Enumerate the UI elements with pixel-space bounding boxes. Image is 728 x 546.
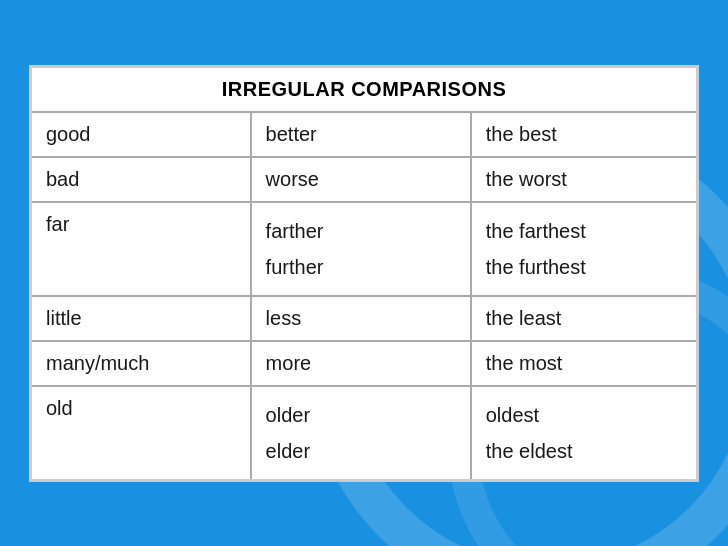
- positive-cell: many/much: [31, 341, 251, 386]
- table-row: oldolderelderoldestthe eldest: [31, 386, 698, 481]
- table-row: farfartherfurtherthe farthestthe furthes…: [31, 202, 698, 296]
- positive-cell: far: [31, 202, 251, 296]
- comparative-cell: better: [251, 112, 471, 157]
- table-title: IRREGULAR COMPARISONS: [31, 66, 698, 112]
- positive-cell: bad: [31, 157, 251, 202]
- irregular-comparisons-table: IRREGULAR COMPARISONS goodbetterthe best…: [29, 65, 699, 482]
- table-wrapper: IRREGULAR COMPARISONS goodbetterthe best…: [29, 65, 699, 482]
- positive-cell: old: [31, 386, 251, 481]
- table-row: littlelessthe least: [31, 296, 698, 341]
- superlative-cell: the most: [471, 341, 698, 386]
- comparative-cell: olderelder: [251, 386, 471, 481]
- comparative-cell: worse: [251, 157, 471, 202]
- table-row: goodbetterthe best: [31, 112, 698, 157]
- comparative-cell: fartherfurther: [251, 202, 471, 296]
- table-row: badworsethe worst: [31, 157, 698, 202]
- superlative-cell: the farthestthe furthest: [471, 202, 698, 296]
- comparative-cell: less: [251, 296, 471, 341]
- superlative-cell: the best: [471, 112, 698, 157]
- positive-cell: good: [31, 112, 251, 157]
- table-row: many/muchmorethe most: [31, 341, 698, 386]
- superlative-cell: the worst: [471, 157, 698, 202]
- positive-cell: little: [31, 296, 251, 341]
- superlative-cell: the least: [471, 296, 698, 341]
- superlative-cell: oldestthe eldest: [471, 386, 698, 481]
- comparative-cell: more: [251, 341, 471, 386]
